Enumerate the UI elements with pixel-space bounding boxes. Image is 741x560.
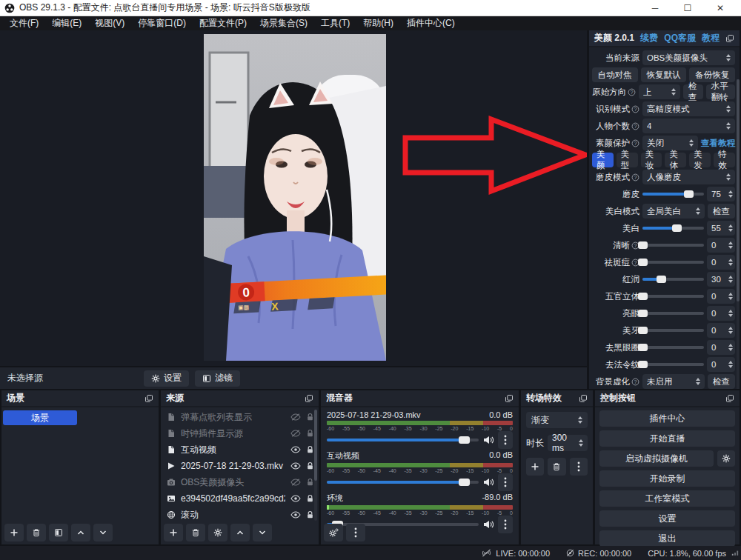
mixer-channel-menu-button[interactable] [498, 516, 513, 533]
eye-icon[interactable] [290, 511, 301, 519]
popout-icon[interactable] [725, 34, 734, 43]
sources-scrollbar[interactable] [314, 410, 317, 521]
popout-icon[interactable] [725, 394, 734, 403]
beauty-slider[interactable] [642, 363, 704, 366]
beauty-tab-5[interactable]: 特效 [714, 153, 735, 167]
mixer-channel-menu-button[interactable] [498, 431, 513, 449]
control-button-2[interactable]: 启动虚拟摄像机 [599, 450, 714, 467]
help-icon[interactable]: ? [631, 173, 639, 181]
beauty-value-stepper[interactable]: 0 [707, 323, 735, 338]
add-source-button[interactable] [164, 524, 183, 541]
beauty-value-stepper[interactable]: 55 [707, 221, 735, 236]
transition-select[interactable]: 渐变 [526, 412, 588, 428]
popout-icon[interactable] [579, 394, 588, 403]
add-transition-button[interactable] [526, 458, 544, 476]
source-up-button[interactable] [230, 524, 250, 541]
menu-item-7[interactable]: 帮助(H) [356, 16, 400, 30]
person-count-stepper[interactable]: 4 [642, 119, 735, 133]
menu-item-2[interactable]: 视图(V) [88, 16, 131, 30]
scene-down-button[interactable] [93, 524, 113, 541]
slider-handle[interactable] [638, 310, 648, 317]
volume-slider[interactable] [327, 439, 479, 441]
popout-icon[interactable] [305, 394, 313, 403]
preview-canvas[interactable]: 0 X ▣▦ [0, 30, 587, 366]
beauty-slider[interactable] [642, 329, 704, 332]
lock-icon[interactable] [306, 461, 314, 470]
volume-slider[interactable] [327, 481, 479, 484]
lock-icon[interactable] [306, 494, 314, 503]
eye-slash-icon[interactable] [290, 479, 301, 486]
slider-handle[interactable] [638, 327, 648, 334]
eye-slash-icon[interactable] [290, 430, 301, 437]
speaker-icon[interactable] [483, 520, 494, 529]
beauty-value-stepper[interactable]: 0 [707, 306, 735, 321]
slider-handle[interactable] [638, 259, 648, 266]
help-icon[interactable]: ? [631, 378, 639, 386]
eye-icon[interactable] [290, 446, 301, 453]
beauty-check-button[interactable]: 检查 [708, 374, 735, 389]
source-row[interactable]: 时钟插件显示源 [161, 425, 319, 441]
face-protect-select[interactable]: 关闭 [642, 136, 698, 150]
menu-item-6[interactable]: 工具(T) [314, 16, 356, 30]
renew-link[interactable]: 续费 [640, 32, 658, 44]
beauty-check-button[interactable]: 检查 [708, 204, 735, 219]
slider-handle[interactable] [638, 344, 648, 351]
menu-item-4[interactable]: 配置文件(P) [193, 16, 253, 30]
beauty-slider[interactable] [642, 227, 704, 230]
menu-item-3[interactable]: 停靠窗口(D) [131, 16, 193, 30]
minimize-button[interactable]: ─ [639, 0, 671, 16]
slider-handle[interactable] [684, 190, 694, 198]
scene-up-button[interactable] [71, 524, 90, 541]
lock-icon[interactable] [306, 429, 314, 438]
beauty-tab-4[interactable]: 美发 [689, 153, 711, 167]
qq-support-link[interactable]: QQ客服 [664, 32, 696, 44]
beauty-slider[interactable] [642, 278, 704, 281]
menu-item-5[interactable]: 场景集合(S) [253, 16, 314, 30]
beauty-value-stepper[interactable]: 75 [707, 187, 735, 201]
slider-handle[interactable] [672, 224, 682, 232]
menu-item-0[interactable]: 文件(F) [3, 16, 45, 30]
transition-duration-input[interactable]: 300 ms [548, 435, 588, 451]
autofocus-button[interactable]: 自动对焦 [592, 67, 638, 82]
beauty-tab-3[interactable]: 美体 [665, 153, 686, 167]
slider-handle[interactable] [638, 241, 648, 249]
beauty-tab-0[interactable]: 美颜 [592, 153, 614, 167]
menu-item-1[interactable]: 编辑(E) [45, 16, 88, 30]
restore-default-button[interactable]: 恢复默认 [641, 67, 687, 82]
mixer-menu-button[interactable] [346, 524, 365, 541]
source-filters-button[interactable]: 滤镜 [195, 370, 240, 387]
advanced-audio-button[interactable] [324, 524, 343, 541]
source-row[interactable]: 互动视频 [161, 441, 319, 458]
control-button-3[interactable]: 开始录制 [599, 470, 735, 487]
eye-icon[interactable] [290, 495, 301, 502]
volume-handle[interactable] [459, 479, 470, 486]
volume-handle[interactable] [459, 436, 470, 444]
remove-source-button[interactable] [186, 524, 205, 541]
control-button-6[interactable]: 退出 [599, 530, 735, 547]
scene-filters-button[interactable] [49, 524, 68, 541]
beauty-slider[interactable] [642, 193, 704, 196]
help-icon[interactable]: ? [631, 105, 639, 113]
lock-icon[interactable] [306, 413, 314, 421]
source-properties-button[interactable] [208, 524, 227, 541]
control-button-1[interactable]: 开始直播 [599, 430, 735, 447]
beauty-value-stepper[interactable]: 0 [707, 238, 735, 253]
view-tutorial-link[interactable]: 查看教程 [701, 138, 735, 149]
control-button-4[interactable]: 工作室模式 [599, 490, 735, 507]
beauty-slider[interactable] [642, 295, 704, 298]
source-row[interactable]: e394502df49aa5fc2a99cd2e7c [161, 490, 319, 507]
transition-menu-button[interactable] [570, 458, 588, 476]
close-button[interactable]: ✕ [704, 0, 737, 16]
lock-icon[interactable] [306, 510, 314, 519]
beauty-select[interactable]: 人像磨皮 [642, 170, 735, 184]
lock-icon[interactable] [306, 478, 314, 487]
scene-item[interactable]: 场景 [3, 410, 77, 425]
beauty-select[interactable]: 全局美白 [642, 204, 705, 219]
control-button-0[interactable]: 插件中心 [599, 410, 735, 427]
source-settings-button[interactable]: 设置 [144, 370, 189, 387]
mixer-channel-menu-button[interactable] [498, 473, 513, 491]
lock-icon[interactable] [306, 445, 314, 454]
eye-icon[interactable] [290, 462, 301, 470]
slider-handle[interactable] [638, 361, 648, 368]
help-icon[interactable]: ? [628, 88, 636, 96]
